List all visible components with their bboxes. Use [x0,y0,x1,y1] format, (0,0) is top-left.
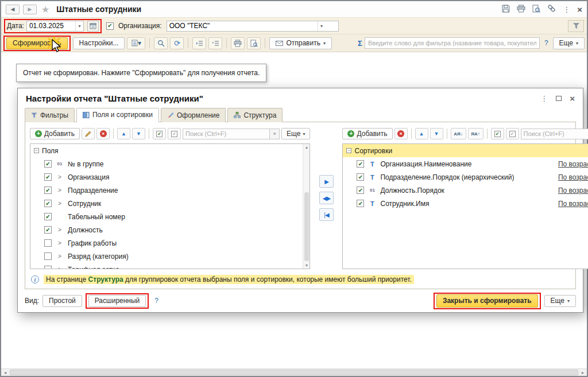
move-from-sort-button[interactable]: |◀ [319,208,334,221]
sort-add-button[interactable]: +Добавить [342,128,392,139]
structure-link[interactable]: Структура [88,275,123,283]
fields-move-down-button[interactable]: ▼ [132,128,145,139]
sort-descending-button[interactable]: ЯА↑ [468,128,483,139]
scroll-left-icon[interactable]: ◂ [1,369,9,376]
back-button[interactable]: ◀ [6,5,20,14]
forward-button[interactable]: ▶ [23,5,37,14]
org-checkbox[interactable]: ✔ [106,22,114,30]
sort-row[interactable]: ✔ТОрганизация.НаименованиеПо возрастанию [343,157,588,170]
scroll-up-icon[interactable]: ▲ [305,144,309,150]
collapse-icon[interactable]: − [34,148,39,153]
sort-row[interactable]: ✔ТСотрудник.ИмяПо возрастанию [343,197,588,210]
fields-more-button[interactable]: Еще▾ [281,128,310,139]
fields-move-up-button[interactable]: ▲ [117,128,130,139]
filter-settings-button[interactable] [568,20,584,32]
fields-check-all-button[interactable]: ✔ [153,128,166,139]
sort-uncheck-all-button[interactable]: ✔ [506,128,519,139]
row-checkbox[interactable]: ✔ [357,200,364,207]
preview-button[interactable] [247,37,261,49]
field-row[interactable]: ✔>Организация [30,170,310,184]
close-and-generate-button[interactable]: Закрыть и сформировать [436,294,538,308]
expand-chevron-icon[interactable]: > [55,174,64,180]
collapse-icon[interactable]: − [346,148,351,153]
scroll-right-icon[interactable]: ▸ [579,369,587,376]
row-checkbox[interactable]: ✔ [357,160,364,168]
sort-search-input[interactable] [521,129,588,139]
scroll-thumb[interactable] [304,192,309,261]
field-row[interactable]: ✔Табельный номер [30,210,310,223]
row-checkbox[interactable] [44,266,52,269]
toolbar-help-link[interactable]: ? [544,39,548,47]
horizontal-scrollbar[interactable]: ◂ ▸ [1,368,587,376]
field-row[interactable]: >График работы [30,236,310,250]
sortings-root-row[interactable]: − Сортировки [343,144,588,157]
refresh-button[interactable]: ⟳ [170,37,184,49]
dialog-help-link[interactable]: ? [154,297,158,305]
sort-move-down-button[interactable]: ▼ [430,128,443,139]
sort-order-link[interactable]: По возрастанию [558,173,588,181]
sort-order-link[interactable]: По возрастанию [558,186,588,195]
report-variants-button[interactable]: ▾ [127,37,145,49]
close-window-icon[interactable]: × [577,5,582,14]
row-checkbox[interactable]: ✔ [44,173,52,181]
expand-chevron-icon[interactable]: > [55,227,64,233]
sort-ascending-button[interactable]: АЯ↓ [451,128,466,139]
row-checkbox[interactable] [44,252,52,260]
collapse-groups-button[interactable] [192,37,206,49]
fields-add-button[interactable]: +Добавить [30,128,80,139]
sort-row[interactable]: ✔ТПодразделение.Порядок (иерархический)П… [343,170,588,184]
tab-filters[interactable]: Фильтры [25,108,75,122]
org-input[interactable] [167,22,318,30]
dialog-more-icon[interactable]: ⋮ [540,94,548,103]
row-checkbox[interactable]: ✔ [44,186,52,194]
sort-order-link[interactable]: По возрастанию [558,160,588,168]
print-button[interactable] [231,37,245,49]
search-button[interactable] [154,37,168,49]
calendar-button[interactable] [87,21,99,32]
sort-delete-button[interactable]: × [394,128,408,139]
print-preview-icon[interactable] [532,5,540,14]
settings-button[interactable]: Настройки... [73,37,125,49]
expand-chevron-icon[interactable]: > [55,240,64,246]
scroll-thumb[interactable] [10,370,578,375]
tab-appearance[interactable]: Оформление [161,108,226,122]
tab-structure[interactable]: Структура [227,108,283,122]
expand-chevron-icon[interactable]: > [55,253,64,259]
fields-delete-button[interactable]: × [96,128,110,139]
fields-search-clear-icon[interactable]: × [270,129,280,139]
favorite-star-icon[interactable]: ★ [41,4,49,15]
fields-uncheck-all-button[interactable]: ✔ [168,128,181,139]
move-to-sort-button[interactable]: ▶ [319,175,334,188]
scroll-down-icon[interactable]: ▼ [305,262,309,269]
field-row[interactable]: ✔>Сотрудник [30,197,310,210]
field-row[interactable]: ✔>Должность [30,223,310,236]
sort-move-up-button[interactable]: ▲ [415,128,428,139]
link-icon[interactable] [547,4,556,14]
view-simple-button[interactable]: Простой [42,295,82,307]
toolbar-more-button[interactable]: Еще▾ [553,37,585,49]
expand-chevron-icon[interactable]: > [55,200,64,207]
sum-sigma-icon[interactable]: Σ [358,39,362,48]
expand-chevron-icon[interactable]: > [55,266,64,269]
org-dropdown-icon[interactable]: ▾ [318,21,326,31]
dialog-more-button[interactable]: Еще▾ [544,295,576,307]
fields-search-input[interactable] [183,129,270,139]
expand-chevron-icon[interactable]: > [55,187,64,193]
date-input[interactable] [27,22,75,30]
row-checkbox[interactable] [44,239,52,247]
sort-check-all-button[interactable]: ✔ [491,128,504,139]
more-vertical-icon[interactable]: ⋮ [563,6,570,13]
dialog-maximize-icon[interactable] [556,96,562,101]
sort-row[interactable]: ✔01Должность.ПорядокПо возрастанию [343,184,588,197]
fields-scrollbar[interactable]: ▲ ▼ [303,144,310,269]
row-checkbox[interactable]: ✔ [44,226,52,234]
field-row[interactable]: ✔01№ в группе [30,157,310,170]
field-row[interactable]: >Тарифная сетка [30,263,310,269]
expand-groups-button[interactable] [208,37,222,49]
row-checkbox[interactable]: ✔ [357,173,364,181]
row-checkbox[interactable]: ✔ [44,200,52,207]
field-row[interactable]: >Разряд (категория) [30,250,310,263]
date-dropdown-icon[interactable]: ▾ [75,21,83,31]
quick-filter-input[interactable] [365,37,540,49]
row-checkbox[interactable]: ✔ [44,213,52,220]
